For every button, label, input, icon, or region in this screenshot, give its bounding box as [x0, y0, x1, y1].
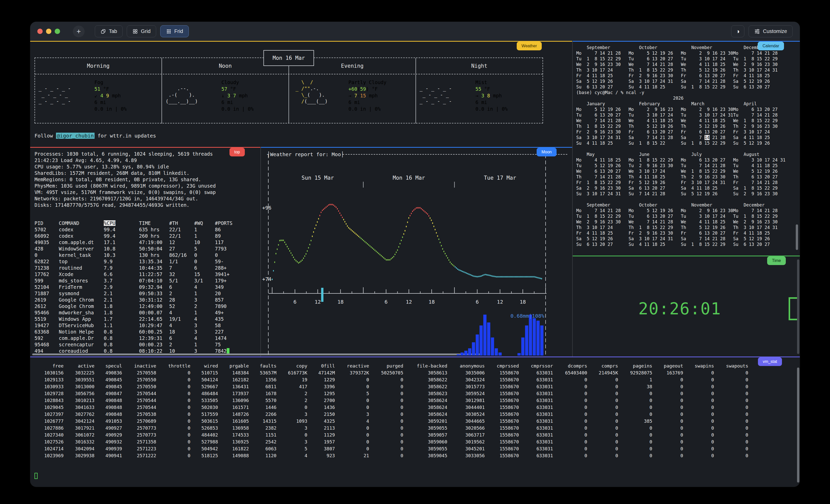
grid-view-button[interactable]: Grid [127, 25, 156, 37]
forecast-cell-morning: _ - _ - _ - _ - _ - _ _ - _ - _ - Fog51 … [35, 74, 162, 123]
tab-copy-icon [100, 29, 106, 34]
forecast-date-title: Mon 16 Mar [263, 50, 314, 66]
table-row: 2619Google Chrom2.130:31:12283857 [34, 297, 232, 303]
calendar-scrollbar-thumb[interactable] [796, 224, 798, 250]
table-row: 71887sysmond2.109:50:332120 [34, 290, 232, 297]
time-pane: Time 20:26:01 [572, 256, 800, 356]
fridterm-window: + Tab Grid Frid ◑ Customize Weather Mon … [30, 22, 800, 487]
top-summary: Processes: 1030 total, 6 running, 1024 s… [34, 151, 261, 208]
graph-location-title: Weather report for: Moo [270, 151, 341, 157]
table-row: 1028843301021349084825705440533505136096… [33, 397, 748, 404]
time-pane-tag[interactable]: Time [767, 256, 786, 265]
graph-title-rule [346, 154, 567, 155]
clock-bracket-decoration [789, 297, 798, 320]
table-row: 1029045304163349084825705440502030161571… [33, 404, 748, 411]
tab-view-button[interactable]: Tab [95, 25, 123, 37]
table-row: 71238routined7.910:44:3576288+ [34, 265, 232, 271]
forecast-details: Cloudy57 °F↓ 3-7 mph6 mi0.0 in | 0% [222, 79, 254, 123]
table-row: 49035com.apple.dt17.147:19:001210117 [34, 239, 232, 246]
svg-text:+74: +74 [262, 276, 272, 282]
forecast-cell-evening: .-. ( ). (___(__) \ / _ /"" \_ / Partly … [289, 74, 416, 123]
svg-text:6: 6 [293, 299, 296, 305]
ncal-year-output: September October November December Mo 7… [572, 42, 800, 247]
new-tab-button[interactable]: + [73, 26, 85, 37]
table-row: 95468screencaptur0.800:00.232175 [34, 342, 232, 348]
cloud-ascii-icon: .--. .-( ). (___.__)__) [166, 79, 222, 123]
weather-pane: Weather Mon 16 Mar Morning Noon Evening … [30, 41, 572, 147]
moon-pane-tag[interactable]: Moon [537, 148, 556, 156]
top-pane-tag[interactable]: top [229, 148, 245, 156]
table-row: 428WindowServer10.850:50:042757793 [34, 246, 232, 252]
fog-ascii-icon: _ - _ - _ - _ - _ - _ _ - _ - _ - [39, 79, 95, 123]
table-row: 1027397302776249084825705380517559148726… [33, 411, 748, 418]
mist-ascii-icon: _ - _ - _ - _ - _ - _ _ - _ - _ - [420, 79, 476, 123]
terminal-cursor [227, 348, 229, 354]
weather-graph-title: ┤ Weather report for: Moo ├ [267, 151, 567, 157]
customize-button[interactable]: Customize [748, 25, 793, 37]
contrast-icon: ◑ [736, 28, 739, 35]
table-row: 592com.apple.Dr0.812:39:31641474 [34, 335, 232, 342]
table-header-row: freeactivespeculinactivethrottlewiredprg… [33, 363, 748, 369]
svg-text:12: 12 [497, 299, 503, 305]
wttr-forecast-table: Mon 16 Mar Morning Noon Evening Night _ … [34, 58, 543, 123]
table-row: 0kernel_task10.3130 hrs862/1600 [34, 252, 232, 258]
svg-text:18: 18 [428, 299, 435, 305]
table-row: 5702codex99.4635 hrs22/1186 [34, 226, 232, 233]
svg-text:6: 6 [476, 299, 479, 305]
vmstat-scrollbar-thumb[interactable] [797, 368, 799, 482]
table-row: 5519Windows App1.722:14.6519/14435 [34, 316, 232, 322]
calendar-pane: Calendar September October November Dece… [572, 41, 800, 256]
table-row: 1027886301792149092725707730526853136958… [33, 424, 748, 432]
forecast-details: Mist55 °F→ 3-8 mph6 mi0.0 in | 0% [476, 79, 508, 123]
time-scrollbar-track[interactable] [797, 259, 799, 354]
close-window-button[interactable] [37, 29, 43, 34]
grid-icon [132, 29, 138, 34]
table-header-row: PIDCOMMAND%CPUTIME#TH#WQ#PORTS [34, 220, 232, 226]
forecast-details: Fog51 °F↙ 4-9 mph6 mi0.0 in | 0% [95, 79, 127, 123]
table-row: 1024714304209449093925712230504942161822… [33, 445, 748, 452]
sliders-icon [754, 28, 760, 34]
forecast-cell-night: _ - _ - _ - _ - _ - _ _ - _ - _ - Mist55… [416, 74, 543, 123]
vmstat-pane: vm_stat freeactivespeculinactivethrottle… [30, 356, 800, 487]
table-row: 1029728305675649084725705440486484173937… [33, 390, 748, 397]
table-row: 1029133303955149084525705500504124162182… [33, 376, 748, 383]
top-pane: top Processes: 1030 total, 6 running, 10… [30, 147, 261, 356]
minimize-window-button[interactable] [46, 29, 51, 34]
vmstat-pane-tag[interactable]: vm_stat [758, 357, 782, 366]
forecast-details: Partly Cloudy+60(59) °F→ 7-15 mph6 mi0.0… [349, 79, 387, 123]
wttr-follow-line: Follow @igor_chubin for wttr.in updates [34, 133, 156, 139]
temperature-precip-chart: Sun 15 MarMon 16 MarTue 17 Mar+96+746121… [261, 148, 572, 356]
process-table: PIDCOMMAND%CPUTIME#TH#WQ#PORTS5702codex9… [34, 220, 232, 354]
svg-text:12: 12 [406, 299, 412, 305]
table-row: 19427DTServiceHub1.110:29:474358 [34, 322, 232, 329]
traffic-lights [37, 29, 60, 34]
sun-behind-cloud-ascii-icon: .-. ( ). (___(__) \ / _ /"" \_ / [293, 79, 349, 123]
table-row: 66092codex99.4260 hrs22/1189 [34, 233, 232, 239]
svg-text:Sun 15 Mar: Sun 15 Mar [301, 175, 334, 181]
table-row: 17762Xcode6.611:22:5732153941+ [34, 271, 232, 278]
tab-view-label: Tab [109, 28, 117, 34]
svg-text:6: 6 [385, 299, 388, 305]
svg-text:Mon 16 Mar: Mon 16 Mar [393, 175, 425, 181]
customize-label: Customize [763, 28, 787, 34]
frid-view-button[interactable]: Frid [160, 25, 189, 37]
contrast-toggle-button[interactable]: ◑ [731, 25, 744, 37]
svg-text:18: 18 [520, 299, 526, 305]
terminal-cursor [34, 473, 38, 479]
plus-icon: + [77, 27, 81, 35]
calendar-pane-tag[interactable]: Calendar [758, 42, 784, 50]
digital-clock: 20:26:01 [572, 299, 787, 318]
grid-view-label: Grid [141, 28, 151, 34]
table-row: 62822top9.913:35.341/1059- [34, 258, 232, 265]
table-row: 52104FridTerm2.909:32.9464349 [34, 284, 232, 290]
period-night-label: Night [416, 58, 543, 74]
svg-text:0.68mm|108%: 0.68mm|108% [511, 313, 544, 319]
weather-pane-tag[interactable]: Weather [517, 42, 542, 50]
titlebar: + Tab Grid Frid ◑ Customize [30, 22, 800, 41]
frid-view-label: Frid [174, 28, 183, 34]
svg-text:12: 12 [315, 299, 321, 305]
forecast-cell-noon: .--. .-( ). (___.__)__) Cloudy57 °F↓ 3-7… [162, 74, 289, 123]
table-row: 95466mdworker_sha1.800:00.074149+ [34, 310, 232, 316]
table-row: 1027340306107249092925707730484402174533… [33, 432, 748, 438]
zoom-window-button[interactable] [55, 29, 60, 34]
